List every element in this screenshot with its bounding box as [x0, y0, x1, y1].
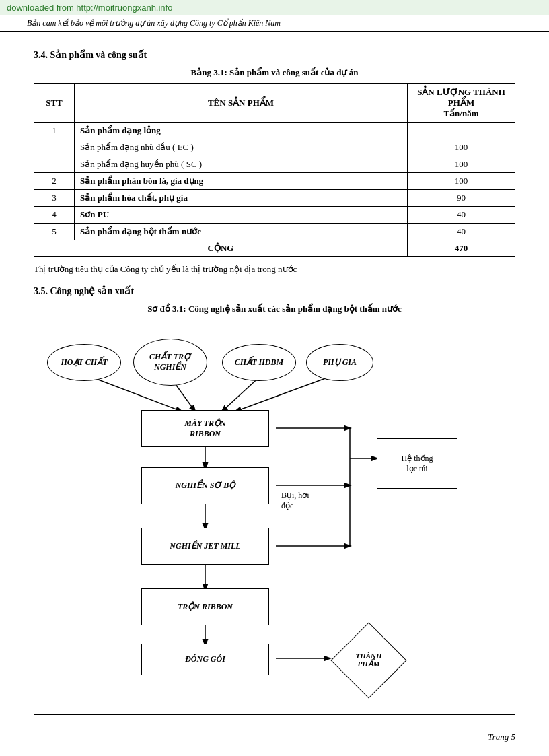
bui-hoi-doc-label: Bụi, hơi độc [281, 491, 309, 511]
table-row: +Sản phẩm dạng nhũ dầu ( EC )100 [34, 139, 515, 156]
market-text: Thị trường tiêu thụ của Công ty chủ yếu … [34, 264, 515, 275]
section-34-title: 3.4. Sản phẩm và công suất [34, 49, 515, 61]
table-row: 3Sản phẩm hóa chất, phụ gia90 [34, 190, 515, 207]
table-row-total: CỘNG470 [34, 240, 515, 257]
tron-ribbon-node: TRỘN RIBBON [141, 588, 269, 625]
thanh-pham-node: THÀNH PHẨM [328, 635, 409, 685]
header: Bản cam kết bảo vệ môi trường dự án xây … [0, 15, 549, 32]
col-san-luong: SẢN LƯỢNG THÀNH PHẨMTấn/năm [408, 84, 515, 123]
nghien-so-bo-node: NGHIỀN SƠ BỘ [141, 467, 269, 504]
phu-gia-node: PHỤ GIA [306, 344, 373, 381]
footer-line [34, 714, 515, 715]
watermark: downloaded from http://moitruongxanh.inf… [0, 0, 549, 15]
table-row: 1Sản phẩm dạng lỏng [34, 123, 515, 139]
section-35-title: 3.5. Công nghệ sản xuất [34, 285, 515, 297]
chat-hdbm-node: CHẤT HĐBM [222, 344, 296, 381]
nghien-jet-mill-node: NGHIỀN JET MILL [141, 528, 269, 565]
he-thong-loc-tui-node: Hệ thống lọc túi [377, 438, 458, 489]
col-stt: STT [34, 84, 75, 123]
may-tron-ribbon-node: MÁY TRỘN RIBBON [141, 410, 269, 447]
dong-goi-node: ĐÓNG GÓI [141, 644, 269, 675]
table-title: Bảng 3.1: Sản phẩm và công suất của dự á… [34, 67, 515, 78]
table-row: 5Sản phẩm dạng bột thấm nước40 [34, 224, 515, 240]
flowchart: HOẠT CHẤT CHẤT TRỢ NGHIỀN CHẤT HĐBM PHỤ … [34, 324, 515, 674]
hoat-chat-node: HOẠT CHẤT [47, 344, 121, 381]
table-row: +Sản phẩm dạng huyền phù ( SC )100 [34, 156, 515, 173]
table-row: 4Sơn PU40 [34, 207, 515, 224]
table-row: 2Sản phẩm phân bón lá, gia dụng100 [34, 173, 515, 190]
col-ten-san-pham: TÊN SẢN PHẨM [75, 84, 408, 123]
products-table: STT TÊN SẢN PHẨM SẢN LƯỢNG THÀNH PHẨMTấn… [34, 83, 515, 257]
footer-page: Trang 5 [488, 732, 515, 743]
diagram-title: Sơ đồ 3.1: Công nghệ sản xuất các sản ph… [34, 304, 515, 314]
chat-tro-nghien-node: CHẤT TRỢ NGHIỀN [133, 339, 207, 386]
